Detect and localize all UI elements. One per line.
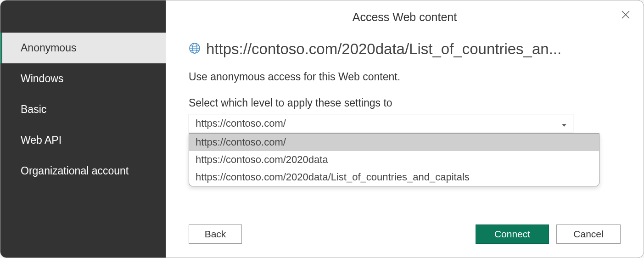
dropdown-option[interactable]: https://contoso.com/2020data/List_of_cou… xyxy=(189,168,599,186)
main-panel: Access Web content https://contoso.com/2… xyxy=(166,0,644,258)
level-dropdown-list: https://contoso.com/ https://contoso.com… xyxy=(189,133,599,186)
svg-marker-5 xyxy=(562,124,566,127)
sidebar-item-organizational-account[interactable]: Organizational account xyxy=(0,156,166,186)
level-select-value: https://contoso.com/ xyxy=(196,118,286,129)
sidebar-item-windows[interactable]: Windows xyxy=(0,63,166,94)
auth-description: Use anonymous access for this Web conten… xyxy=(189,71,621,83)
button-row: Back Connect Cancel xyxy=(189,211,621,244)
sidebar-item-basic[interactable]: Basic xyxy=(0,94,166,125)
connect-button[interactable]: Connect xyxy=(476,224,549,244)
back-button[interactable]: Back xyxy=(189,224,242,244)
level-select-label: Select which level to apply these settin… xyxy=(189,97,621,109)
sidebar-item-anonymous[interactable]: Anonymous xyxy=(0,33,166,63)
dropdown-option[interactable]: https://contoso.com/2020data xyxy=(189,151,599,168)
dropdown-option[interactable]: https://contoso.com/ xyxy=(189,134,599,151)
level-select-wrap: https://contoso.com/ https://contoso.com… xyxy=(189,114,573,133)
source-url: https://contoso.com/2020data/List_of_cou… xyxy=(206,40,561,58)
chevron-down-icon xyxy=(562,118,566,129)
close-icon xyxy=(621,10,631,20)
access-web-content-dialog: Anonymous Windows Basic Web API Organiza… xyxy=(0,0,644,258)
url-row: https://contoso.com/2020data/List_of_cou… xyxy=(189,40,621,58)
auth-method-sidebar: Anonymous Windows Basic Web API Organiza… xyxy=(0,0,166,258)
close-button[interactable] xyxy=(621,10,631,22)
level-select[interactable]: https://contoso.com/ xyxy=(189,114,573,133)
sidebar-item-web-api[interactable]: Web API xyxy=(0,125,166,156)
globe-icon xyxy=(189,42,201,56)
cancel-button[interactable]: Cancel xyxy=(556,224,621,244)
dialog-title: Access Web content xyxy=(189,11,621,24)
